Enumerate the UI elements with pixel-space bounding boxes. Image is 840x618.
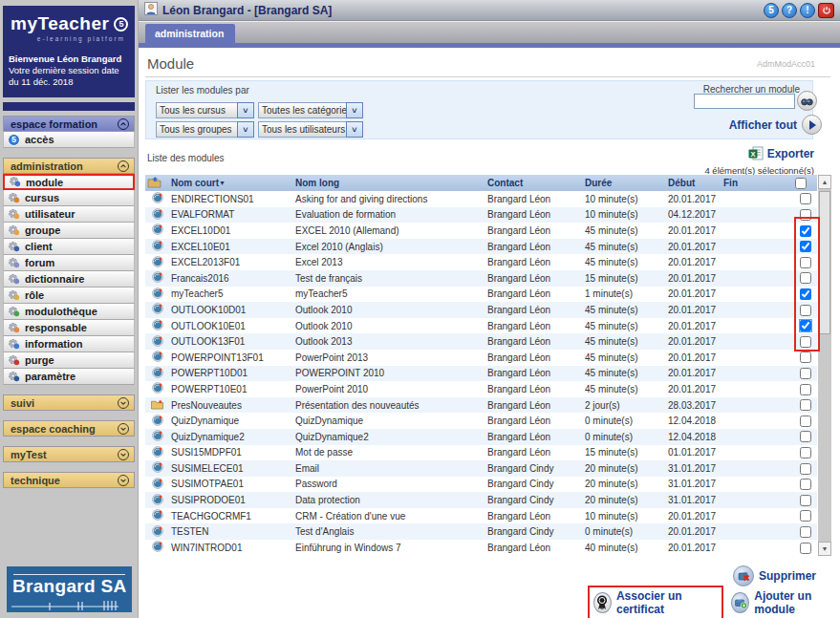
gear-icon	[8, 207, 20, 222]
col-contact[interactable]: Contact	[485, 175, 583, 191]
search-binoculars-button[interactable]	[797, 91, 817, 111]
table-row[interactable]: SUSIMELECE01 Email Brangard Cindy 20 min…	[145, 460, 817, 477]
info-icon[interactable]: !	[800, 3, 815, 18]
row-checkbox[interactable]	[800, 257, 811, 268]
row-checkbox[interactable]	[800, 463, 811, 475]
table-row[interactable]: PresNouveautes Présentation des nouveaut…	[145, 397, 817, 414]
search-input[interactable]	[694, 94, 795, 109]
add-module-button[interactable]: Ajouter un module	[731, 589, 840, 616]
row-checkbox[interactable]	[800, 384, 811, 395]
sidebar-admin-item[interactable]: module	[3, 174, 135, 190]
table-row[interactable]: EXCEL10E01 Excel 2010 (Anglais) Brangard…	[145, 239, 817, 255]
open-folder-header-icon[interactable]	[145, 175, 169, 191]
sidebar-admin-item[interactable]: dictionnaire	[3, 271, 135, 288]
module-type-icon	[152, 226, 163, 237]
section-header-suivi[interactable]: suivi	[3, 394, 135, 411]
sidebar-admin-item[interactable]: information	[3, 336, 135, 352]
table-row[interactable]: TEACHGOCRMF1 CRM - Création d'une vue Br…	[145, 508, 817, 524]
table-scrollbar[interactable]: ▲ ▼	[818, 175, 831, 556]
associate-certificate-button[interactable]: Associer un certificat	[588, 586, 723, 618]
sidebar-item-acces[interactable]: 5 accès	[3, 132, 135, 148]
table-row[interactable]: EXCEL10D01 EXCEL 2010 (Allemand) Brangar…	[145, 223, 817, 239]
table-row[interactable]: QuizDynamique2 QuizDynamique2 Brangard L…	[145, 429, 817, 445]
row-checkbox[interactable]	[800, 447, 811, 458]
row-checkbox[interactable]	[800, 495, 811, 506]
export-button[interactable]: X Exporter	[748, 146, 814, 160]
table-row[interactable]: EVALFORMAT Evaluation de formation Brang…	[145, 207, 817, 224]
table-row[interactable]: OUTLOOK13F01 Outlook 2013 Brangard Léon …	[145, 333, 817, 350]
scrollbar-thumb[interactable]	[819, 191, 830, 334]
scroll-down-arrow[interactable]: ▼	[818, 542, 831, 556]
scroll-up-arrow[interactable]: ▲	[818, 175, 831, 189]
col-fin[interactable]: Fin	[722, 175, 793, 191]
table-row[interactable]: TESTEN Test d'Anglais Brangard Cindy 0 m…	[145, 523, 817, 540]
table-header-row: Nom court▼ Nom long Contact Durée Début …	[145, 175, 817, 191]
row-checkbox[interactable]	[800, 241, 811, 252]
table-row[interactable]: POWERPOINT13F01 PowerPoint 2013 Brangard…	[145, 350, 817, 366]
row-checkbox[interactable]	[800, 368, 811, 379]
select-all-checkbox[interactable]	[795, 178, 807, 189]
sidebar-admin-item[interactable]: client	[3, 239, 135, 255]
row-checkbox[interactable]	[800, 543, 811, 554]
notification-badge-icon[interactable]: 5	[764, 3, 779, 18]
row-checkbox[interactable]	[800, 209, 811, 221]
sidebar-admin-item[interactable]: rôle	[3, 288, 135, 304]
sidebar-admin-item[interactable]: forum	[3, 255, 135, 271]
row-checkbox[interactable]	[800, 272, 811, 284]
row-checkbox[interactable]	[800, 416, 811, 427]
sidebar-admin-item[interactable]: cursus	[3, 190, 135, 206]
col-nom-court[interactable]: Nom court▼	[169, 175, 293, 191]
power-logout-icon[interactable]	[818, 3, 834, 18]
row-checkbox[interactable]	[800, 352, 811, 363]
section-header-espace-formation[interactable]: espace formation	[3, 116, 135, 132]
row-checkbox[interactable]	[800, 305, 811, 316]
select-utilisateurs[interactable]: Tous les utilisateurs ˅	[258, 121, 363, 138]
select-groupes[interactable]: Tous les groupes ˅	[156, 121, 254, 138]
table-row[interactable]: POWERPT10E01 PowerPoint 2010 Brangard Lé…	[145, 381, 817, 397]
row-checkbox[interactable]	[800, 225, 811, 237]
col-duree[interactable]: Durée	[583, 175, 666, 191]
show-all-link[interactable]: Afficher tout	[721, 118, 797, 132]
row-checkbox[interactable]	[800, 320, 811, 331]
help-icon[interactable]: ?	[782, 3, 797, 18]
chevron-down-icon	[118, 397, 129, 409]
sidebar-admin-item[interactable]: paramètre	[3, 369, 135, 385]
table-row[interactable]: SUSIMOTPAE01 Password Brangard Cindy 20 …	[145, 477, 817, 493]
show-all-play-button[interactable]	[802, 115, 822, 135]
row-checkbox[interactable]	[800, 399, 811, 411]
table-row[interactable]: OUTLOOK10D01 Outlook 2010 Brangard Léon …	[145, 302, 817, 318]
table-row[interactable]: POWERPT10D01 POWERPOINT 2010 Brangard Lé…	[145, 366, 817, 382]
row-checkbox[interactable]	[800, 526, 811, 538]
sidebar-admin-item[interactable]: groupe	[3, 223, 135, 239]
section-header-technique[interactable]: technique	[3, 472, 135, 488]
row-checkbox[interactable]	[800, 431, 811, 442]
row-checkbox[interactable]	[800, 193, 811, 204]
row-checkbox[interactable]	[800, 510, 811, 522]
chevron-up-icon	[118, 160, 129, 172]
section-header-administration[interactable]: administration	[3, 158, 135, 174]
col-debut[interactable]: Début	[666, 175, 722, 191]
section-header-mytest[interactable]: myTest	[3, 446, 135, 462]
table-row[interactable]: EXCEL2013F01 Excel 2013 Brangard Léon 45…	[145, 254, 817, 270]
sidebar-admin-item[interactable]: purge	[3, 352, 135, 369]
table-row[interactable]: ENDIRECTIONS01 Asking for and giving dir…	[145, 191, 817, 207]
delete-button[interactable]: Supprimer	[733, 565, 816, 586]
row-checkbox[interactable]	[800, 288, 811, 300]
table-row[interactable]: SUSI15MDPF01 Mot de passe Brangard Léon …	[145, 445, 817, 461]
row-checkbox[interactable]	[800, 336, 811, 348]
table-row[interactable]: WIN7INTROD01 Einführung in Windows 7 Bra…	[145, 540, 817, 556]
row-checkbox[interactable]	[800, 479, 811, 490]
sidebar-admin-item[interactable]: modulothèque	[3, 304, 135, 320]
section-header-espace-coaching[interactable]: espace coaching	[3, 420, 135, 437]
tab-administration[interactable]: administration	[145, 24, 235, 43]
col-nom-long[interactable]: Nom long	[293, 175, 485, 191]
table-row[interactable]: Francais2016 Test de français Brangard L…	[145, 270, 817, 287]
sidebar-admin-item[interactable]: utilisateur	[3, 206, 135, 223]
select-cursus[interactable]: Tous les cursus ˅	[156, 102, 254, 118]
table-row[interactable]: SUSIPRODOE01 Data protection Brangard Ci…	[145, 492, 817, 508]
sidebar-admin-item[interactable]: responsable	[3, 320, 135, 336]
table-row[interactable]: OUTLOOK10E01 Outlook 2010 Brangard Léon …	[145, 318, 817, 334]
table-row[interactable]: myTeacher5 myTeacher5 Brangard Léon 1 mi…	[145, 287, 817, 303]
table-row[interactable]: QuizDynamique QuizDynamique Brangard Léo…	[145, 413, 817, 429]
select-categories[interactable]: Toutes les catégories ˅	[258, 102, 363, 118]
